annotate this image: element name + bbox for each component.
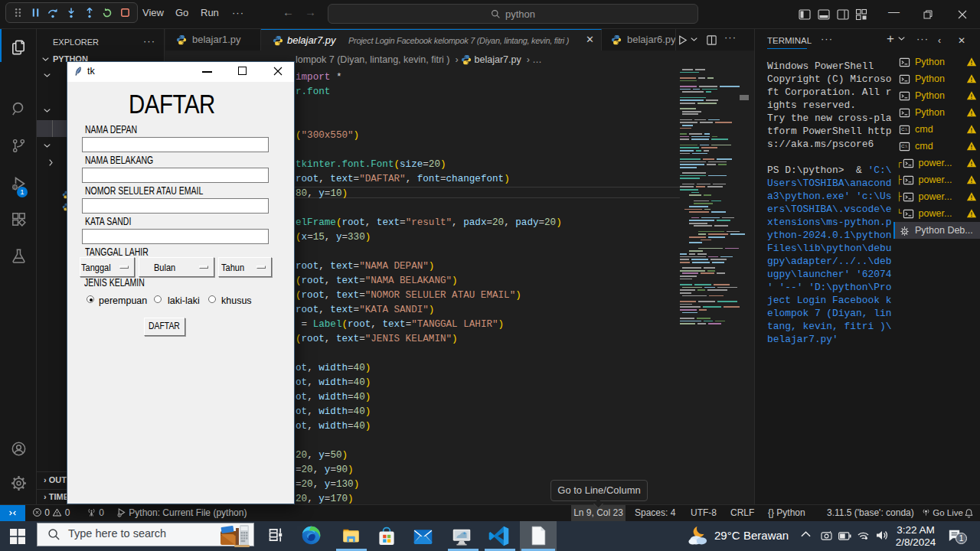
svg-text:C:\: C:\ [901, 143, 907, 148]
svg-text:C:\: C:\ [901, 126, 907, 132]
